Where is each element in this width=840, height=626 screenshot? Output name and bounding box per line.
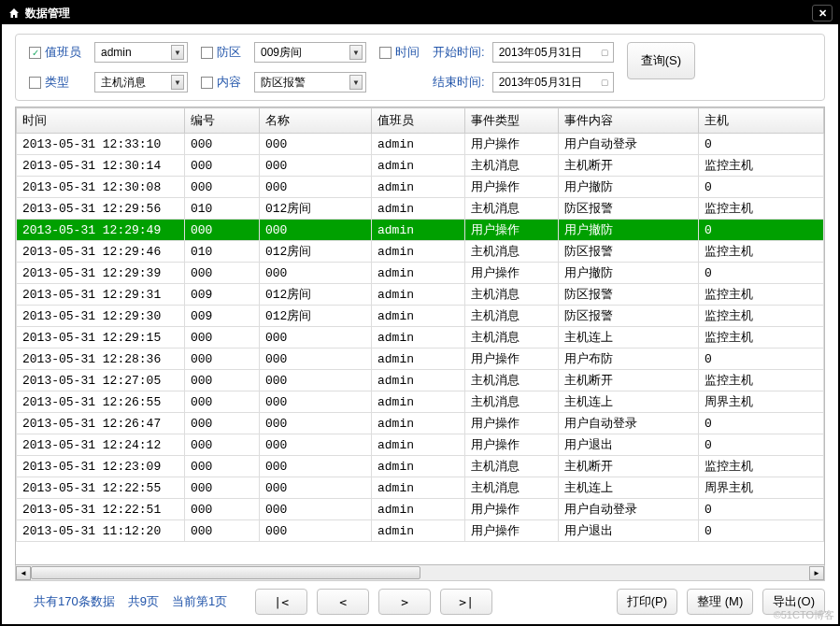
column-header[interactable]: 主机: [699, 108, 824, 134]
end-date-input[interactable]: 2013年05月31日 ▢: [492, 72, 614, 92]
table-cell: 000: [260, 263, 372, 284]
table-cell: admin: [372, 220, 465, 241]
table-cell: 2013-05-31 12:22:51: [17, 499, 185, 520]
table-cell: 用户操作: [465, 349, 559, 370]
table-row[interactable]: 2013-05-31 12:29:56010012房间admin主机消息防区报警…: [17, 198, 824, 220]
table-cell: 0: [699, 220, 824, 241]
table-row[interactable]: 2013-05-31 12:29:15000000admin主机消息主机连上监控…: [17, 327, 824, 349]
table-cell: 2013-05-31 11:12:20: [17, 520, 185, 542]
table-cell: admin: [372, 349, 465, 370]
table-cell: 010: [185, 198, 260, 220]
last-page-button[interactable]: >|: [440, 589, 492, 615]
scroll-left-icon[interactable]: ◄: [16, 566, 31, 580]
table-cell: admin: [372, 391, 465, 413]
table-cell: admin: [372, 477, 465, 499]
table-cell: 2013-05-31 12:29:15: [17, 327, 185, 349]
table-cell: 000: [260, 220, 372, 241]
type-combo[interactable]: 主机消息 ▼: [94, 72, 188, 92]
prev-page-button[interactable]: <: [317, 589, 369, 615]
table-row[interactable]: 2013-05-31 12:23:09000000admin主机消息主机断开监控…: [17, 456, 824, 477]
table-cell: 0: [699, 134, 824, 155]
operator-combo[interactable]: admin ▼: [94, 42, 188, 63]
content-checkbox[interactable]: [201, 77, 213, 89]
table-row[interactable]: 2013-05-31 11:12:20000000admin用户操作用户退出0: [17, 520, 824, 542]
table-cell: 000: [260, 177, 372, 198]
table-row[interactable]: 2013-05-31 12:24:12000000admin用户操作用户退出0: [17, 434, 824, 456]
table-cell: 周界主机: [699, 391, 824, 413]
column-header[interactable]: 事件类型: [465, 108, 559, 134]
table-row[interactable]: 2013-05-31 12:26:47000000admin用户操作用户自动登录…: [17, 413, 824, 434]
column-header[interactable]: 编号: [185, 108, 260, 134]
print-button[interactable]: 打印(P): [617, 589, 677, 615]
zone-combo[interactable]: 009房间 ▼: [254, 42, 366, 63]
table-row[interactable]: 2013-05-31 12:22:55000000admin主机消息主机连上周界…: [17, 477, 824, 499]
horizontal-scrollbar[interactable]: ◄ ►: [15, 565, 825, 581]
column-header[interactable]: 事件内容: [559, 108, 699, 134]
table-cell: 012房间: [260, 198, 372, 220]
close-button[interactable]: ✕: [812, 5, 833, 21]
table-row[interactable]: 2013-05-31 12:30:14000000admin主机消息主机断开监控…: [17, 155, 824, 177]
table-cell: 主机消息: [465, 391, 559, 413]
table-row[interactable]: 2013-05-31 12:33:10000000admin用户操作用户自动登录…: [17, 134, 824, 155]
table-cell: 防区报警: [559, 198, 699, 220]
table-cell: 防区报警: [559, 306, 699, 327]
table-cell: 主机消息: [465, 370, 559, 391]
next-page-button[interactable]: >: [378, 589, 431, 615]
table-cell: 000: [185, 155, 260, 177]
chevron-down-icon: ▼: [171, 75, 184, 90]
table-row[interactable]: 2013-05-31 12:22:51000000admin用户操作用户自动登录…: [17, 499, 824, 520]
table-row[interactable]: 2013-05-31 12:29:49000000admin用户操作用户撤防0: [17, 220, 824, 241]
table-row[interactable]: 2013-05-31 12:29:31009012房间admin主机消息防区报警…: [17, 284, 824, 306]
start-date-input[interactable]: 2013年05月31日 ▢: [492, 42, 614, 63]
table-cell: 2013-05-31 12:29:39: [17, 263, 185, 284]
table-cell: admin: [372, 198, 465, 220]
type-value: 主机消息: [101, 75, 146, 91]
table-cell: 0: [699, 434, 824, 456]
table-row[interactable]: 2013-05-31 12:27:05000000admin主机消息主机断开监控…: [17, 370, 824, 391]
table-cell: 2013-05-31 12:29:46: [17, 241, 185, 263]
table-cell: 用户操作: [465, 220, 559, 241]
time-checkbox[interactable]: [379, 47, 392, 59]
table-cell: 000: [185, 520, 260, 542]
table-cell: 009: [185, 284, 260, 306]
first-page-button[interactable]: |<: [255, 589, 307, 615]
table-cell: 2013-05-31 12:26:47: [17, 413, 185, 434]
table-cell: 防区报警: [559, 284, 699, 306]
table-cell: 0: [699, 413, 824, 434]
table-cell: 000: [260, 391, 372, 413]
table-cell: admin: [372, 413, 465, 434]
table-row[interactable]: 2013-05-31 12:28:36000000admin用户操作用户布防0: [17, 349, 824, 370]
column-header[interactable]: 值班员: [372, 108, 465, 134]
query-button[interactable]: 查询(S): [627, 42, 695, 79]
content-label: 内容: [217, 74, 241, 91]
table-cell: 2013-05-31 12:28:36: [17, 349, 185, 370]
table-cell: admin: [372, 284, 465, 306]
table-row[interactable]: 2013-05-31 12:30:08000000admin用户操作用户撤防0: [17, 177, 824, 198]
scrollbar-thumb[interactable]: [31, 566, 420, 579]
table-cell: 000: [260, 413, 372, 434]
column-header[interactable]: 名称: [260, 108, 372, 134]
table-cell: 用户退出: [559, 520, 699, 542]
content-combo[interactable]: 防区报警 ▼: [254, 72, 366, 92]
column-header[interactable]: 时间: [17, 108, 185, 134]
zone-checkbox[interactable]: [201, 47, 213, 59]
operator-checkbox[interactable]: [29, 47, 41, 59]
table-cell: 主机消息: [465, 456, 559, 477]
table-cell: 监控主机: [699, 306, 824, 327]
scroll-right-icon[interactable]: ►: [809, 566, 824, 580]
table-cell: 用户操作: [465, 177, 559, 198]
table-cell: admin: [372, 241, 465, 263]
table-cell: 2013-05-31 12:24:12: [17, 434, 185, 456]
table-row[interactable]: 2013-05-31 12:29:30009012房间admin主机消息防区报警…: [17, 306, 824, 327]
table-row[interactable]: 2013-05-31 12:26:55000000admin主机消息主机连上周界…: [17, 391, 824, 413]
arrange-button[interactable]: 整理 (M): [687, 589, 753, 615]
table-cell: 用户自动登录: [559, 499, 699, 520]
total-records: 共有170条数据: [34, 593, 115, 610]
table-cell: 000: [185, 349, 260, 370]
table-row[interactable]: 2013-05-31 12:29:46010012房间admin主机消息防区报警…: [17, 241, 824, 263]
end-date-value: 2013年05月31日: [499, 75, 582, 91]
table-cell: 防区报警: [559, 241, 699, 263]
table-row[interactable]: 2013-05-31 12:29:39000000admin用户操作用户撤防0: [17, 263, 824, 284]
type-checkbox[interactable]: [29, 77, 41, 89]
chevron-down-icon: ▼: [349, 75, 363, 90]
